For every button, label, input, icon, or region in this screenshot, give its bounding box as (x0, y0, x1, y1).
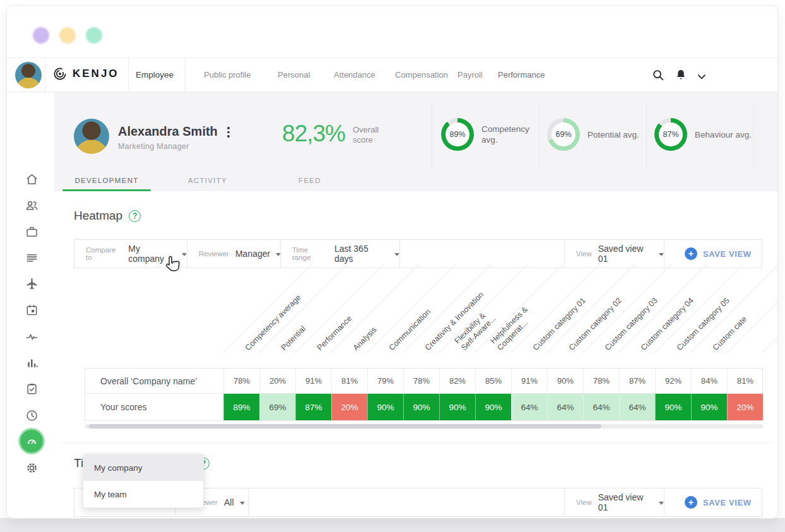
sidebar-item-settings[interactable] (19, 455, 44, 480)
content-card: Heatmap ? Compare to My company Reviewer… (54, 191, 778, 519)
competency-donut: 89% (441, 118, 474, 151)
heatmap-table: Overall ‘Company name’ 78% 20% 91% 81% 7… (85, 368, 763, 421)
sidebar-item-reviews[interactable] (19, 376, 44, 401)
tab-personal[interactable]: Personal (278, 70, 310, 80)
tab-employee[interactable]: Employee (136, 70, 174, 80)
profile-avatar (74, 119, 109, 154)
heatmap-cell: 64% (583, 394, 619, 420)
dropdown-option-my-team[interactable]: My team (83, 481, 203, 507)
user-avatar[interactable] (15, 62, 42, 88)
sidebar-item-analytics[interactable] (19, 350, 44, 375)
heatmap-cell: 89% (223, 394, 259, 420)
diagonal-line (402, 264, 494, 353)
potential-stat: 69% Potential avg. (547, 118, 647, 151)
heatmap-cell: 69% (259, 394, 295, 420)
company-row: Overall ‘Company name’ 78% 20% 91% 81% 7… (85, 369, 762, 394)
tab-public-profile[interactable]: Public profile (204, 70, 251, 80)
tab-attendance[interactable]: Attendance (334, 70, 375, 80)
clock-icon (25, 408, 39, 423)
save-view-button[interactable]: + SAVE VIEW (664, 488, 763, 516)
horizontal-scrollbar-thumb[interactable] (89, 424, 601, 429)
stat-label: Behaviour avg. (695, 129, 754, 140)
sidebar-item-time-tracking[interactable] (19, 403, 44, 428)
employee-name: Alexandra Smith (118, 124, 218, 139)
diagonal-line (222, 264, 314, 353)
heatmap-title: Heatmap (74, 209, 122, 223)
diagonal-line (258, 264, 350, 353)
chevron-down-icon (659, 253, 664, 256)
divider (753, 103, 754, 170)
heatmap-cell: 87% (295, 394, 331, 420)
stat-label: Competency avg. (481, 124, 541, 145)
tab-feed[interactable]: FEED (285, 170, 335, 191)
donut-value: 89% (441, 118, 474, 151)
kebab-menu[interactable] (227, 127, 230, 138)
kenjo-logo[interactable]: KENJO (52, 66, 119, 81)
tab-compensation[interactable]: Compensation (395, 70, 448, 80)
heatmap-cell: 79% (367, 369, 403, 393)
sidebar-item-dashboard-active[interactable] (20, 430, 43, 452)
cursor-hand-icon (163, 254, 183, 275)
overall-score-label: Overall score (353, 125, 391, 145)
dropdown-option-my-company[interactable]: My company (83, 454, 203, 481)
tab-performance[interactable]: Performance (498, 70, 545, 80)
sidebar-item-recruitment[interactable] (19, 219, 44, 244)
diagonal-line (330, 264, 422, 353)
filter-value: Manager (235, 249, 270, 259)
reviewer-filter[interactable]: Reviewer Manager (187, 240, 281, 268)
filter-label: Reviewer (199, 250, 229, 257)
stat-label: Potential avg. (587, 129, 647, 140)
logo-text: KENJO (73, 68, 119, 80)
column-header: Helpfulness & Cooperat... (488, 305, 536, 352)
filter-value: Saved view 01 (598, 492, 653, 512)
heatmap-title-row: Heatmap ? (74, 209, 141, 223)
diagonal-line (654, 264, 746, 353)
sidebar-item-calendar[interactable] (19, 297, 44, 322)
pulse-icon (25, 329, 39, 344)
view-filter[interactable]: View Saved view 01 (564, 488, 664, 516)
save-view-button[interactable]: + SAVE VIEW (664, 240, 763, 268)
sidebar-item-travel[interactable] (19, 271, 44, 297)
sidebar-item-employees[interactable] (19, 192, 44, 218)
filter-label: View (576, 499, 592, 506)
filter-value: Last 365 days (334, 244, 389, 264)
heatmap-cell: 90% (403, 394, 439, 420)
heatmap-cell: 90% (475, 394, 511, 420)
heatmap-column-headers: Competency average Potential Performance… (54, 264, 778, 358)
search-icon[interactable] (651, 68, 665, 82)
diagonal-line (618, 264, 710, 353)
sidebar-item-home[interactable] (19, 167, 44, 192)
filter-value: All (224, 497, 234, 507)
time-range-filter[interactable]: Time range Last 365 days (281, 240, 400, 268)
list-icon (25, 251, 39, 265)
tab-activity[interactable]: ACTIVITY (176, 170, 239, 191)
chevron-down-icon (394, 253, 399, 256)
save-view-label: SAVE VIEW (703, 249, 752, 259)
notifications-bell-icon[interactable] (674, 68, 688, 82)
diagonal-line (366, 264, 458, 353)
briefcase-icon (25, 225, 39, 239)
heatmap-cell: 90% (367, 394, 403, 420)
compare-to-dropdown: My company My team (83, 454, 204, 508)
tab-development[interactable]: DEVELOPMENT (62, 170, 151, 191)
sidebar-item-tasks[interactable] (19, 245, 44, 270)
heatmap-cell: 20% (259, 369, 295, 393)
tab-payroll[interactable]: Payroll (457, 70, 483, 80)
help-icon[interactable]: ? (129, 210, 141, 222)
chrome-dot-yellow (59, 27, 76, 44)
top-navigation-bar: KENJO Employee Public profile Personal A… (7, 57, 778, 92)
view-filter[interactable]: View Saved view 01 (564, 240, 664, 268)
diagonal-line (294, 264, 386, 353)
diagonal-line (690, 264, 778, 353)
divider (128, 58, 129, 92)
app-window: KENJO Employee Public profile Personal A… (6, 5, 778, 519)
sidebar-item-performance[interactable] (19, 324, 44, 349)
page-bottom-strip (0, 518, 785, 532)
heatmap-cell: 85% (475, 369, 511, 393)
chevron-down-icon[interactable] (695, 70, 709, 84)
profile-header: Alexandra Smith Marketing Manager 82,3% … (54, 92, 778, 191)
diagonal-line (546, 264, 638, 353)
airplane-icon (25, 277, 39, 292)
behaviour-stat: 87% Behaviour avg. (654, 118, 754, 151)
divider (185, 58, 186, 92)
